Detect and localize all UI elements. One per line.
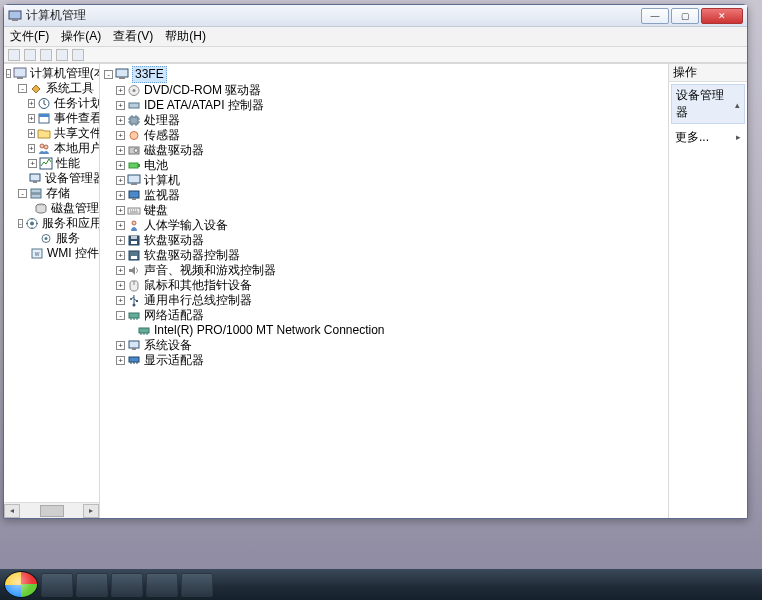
expand-icon[interactable]: + (116, 86, 125, 95)
expand-icon[interactable]: + (28, 159, 37, 168)
collapse-icon[interactable]: - (6, 69, 11, 78)
taskbar[interactable] (0, 569, 762, 600)
svg-point-7 (40, 144, 44, 148)
device-network-item[interactable]: Intel(R) PRO/1000 MT Network Connection (104, 323, 668, 338)
device-mouse[interactable]: +鼠标和其他指针设备 (104, 278, 668, 293)
help-icon[interactable] (72, 49, 84, 61)
collapse-icon[interactable]: - (116, 311, 125, 320)
device-system[interactable]: +系统设备 (104, 338, 668, 353)
back-icon[interactable] (8, 49, 20, 61)
collapse-icon[interactable]: - (18, 219, 23, 228)
expand-icon[interactable]: + (116, 161, 125, 170)
device-display[interactable]: +显示适配器 (104, 353, 668, 368)
device-floppy-controller[interactable]: +软盘驱动器控制器 (104, 248, 668, 263)
device-ide[interactable]: +IDE ATA/ATAPI 控制器 (104, 98, 668, 113)
device-tree[interactable]: -33FE +DVD/CD-ROM 驱动器 +IDE ATA/ATAPI 控制器… (104, 66, 668, 368)
clock-icon (37, 97, 51, 110)
tree-task-scheduler[interactable]: +任务计划程 (6, 96, 99, 111)
expand-icon[interactable]: + (116, 341, 125, 350)
device-keyboard[interactable]: +键盘 (104, 203, 668, 218)
expand-icon[interactable]: + (116, 146, 125, 155)
collapse-icon[interactable]: - (18, 84, 27, 93)
device-network-adapters[interactable]: -网络适配器 (104, 308, 668, 323)
toolbar-icon[interactable] (56, 49, 68, 61)
chevron-up-icon (735, 97, 740, 111)
menu-file[interactable]: 文件(F) (10, 28, 49, 45)
svg-rect-45 (136, 300, 138, 302)
expand-icon[interactable]: + (116, 356, 125, 365)
device-disk-drive[interactable]: +磁盘驱动器 (104, 143, 668, 158)
expand-icon[interactable]: + (28, 114, 35, 123)
taskbar-item-app[interactable] (181, 573, 213, 597)
expand-icon[interactable]: + (116, 251, 125, 260)
tree-services[interactable]: 服务 (6, 231, 99, 246)
device-dvd[interactable]: +DVD/CD-ROM 驱动器 (104, 83, 668, 98)
scroll-left-icon[interactable]: ◂ (4, 504, 20, 518)
svg-rect-30 (129, 163, 138, 168)
scroll-track[interactable] (20, 504, 83, 518)
forward-icon[interactable] (24, 49, 36, 61)
start-button[interactable] (4, 571, 38, 598)
tree-services-apps[interactable]: -服务和应用程 (6, 216, 99, 231)
tree-disk-management[interactable]: 磁盘管理 (6, 201, 99, 216)
tree-root[interactable]: -计算机管理(本 (6, 66, 99, 81)
device-sensor[interactable]: +传感器 (104, 128, 668, 143)
device-computers[interactable]: +计算机 (104, 173, 668, 188)
tree-local-users[interactable]: +本地用户和 (6, 141, 99, 156)
tree-storage[interactable]: -存储 (6, 186, 99, 201)
device-sound[interactable]: +声音、视频和游戏控制器 (104, 263, 668, 278)
tree-device-manager[interactable]: 设备管理器 (6, 171, 99, 186)
minimize-button[interactable]: — (641, 8, 669, 24)
expand-icon[interactable]: + (116, 296, 125, 305)
taskbar-item-app[interactable] (146, 573, 178, 597)
scroll-thumb[interactable] (40, 505, 64, 517)
expand-icon[interactable]: + (28, 144, 35, 153)
tree-event-viewer[interactable]: +事件查看器 (6, 111, 99, 126)
device-computer-root[interactable]: -33FE (104, 66, 668, 83)
console-tree[interactable]: -计算机管理(本 -系统工具 +任务计划程 +事件查看器 +共享文件夹 +本地用… (6, 66, 99, 261)
scroll-right-icon[interactable]: ▸ (83, 504, 99, 518)
device-floppy[interactable]: +软盘驱动器 (104, 233, 668, 248)
expand-icon[interactable]: + (116, 236, 125, 245)
taskbar-item-explorer[interactable] (76, 573, 108, 597)
selected-label: 33FE (132, 66, 167, 83)
svg-rect-26 (130, 117, 138, 124)
expand-icon[interactable]: + (28, 99, 35, 108)
device-battery[interactable]: +电池 (104, 158, 668, 173)
taskbar-item-ie[interactable] (41, 573, 73, 597)
svg-rect-50 (129, 357, 139, 362)
maximize-button[interactable]: ▢ (671, 8, 699, 24)
close-button[interactable]: ✕ (701, 8, 743, 24)
left-scrollbar[interactable]: ◂ ▸ (4, 502, 99, 518)
expand-icon[interactable]: + (116, 191, 125, 200)
toolbar-icon[interactable] (40, 49, 52, 61)
tree-shared-folders[interactable]: +共享文件夹 (6, 126, 99, 141)
mouse-icon (127, 279, 141, 292)
expand-icon[interactable]: + (116, 131, 125, 140)
svg-rect-13 (31, 194, 41, 198)
expand-icon[interactable]: + (116, 281, 125, 290)
expand-icon[interactable]: + (116, 101, 125, 110)
tree-system-tools[interactable]: -系统工具 (6, 81, 99, 96)
expand-icon[interactable]: + (116, 176, 125, 185)
expand-icon[interactable]: + (116, 206, 125, 215)
tree-performance[interactable]: +性能 (6, 156, 99, 171)
actions-more-link[interactable]: 更多... (669, 126, 747, 149)
device-monitor[interactable]: +监视器 (104, 188, 668, 203)
menu-view[interactable]: 查看(V) (113, 28, 153, 45)
taskbar-item-media[interactable] (111, 573, 143, 597)
expand-icon[interactable]: + (116, 116, 125, 125)
collapse-icon[interactable]: - (104, 70, 113, 79)
actions-category[interactable]: 设备管理器 (671, 84, 745, 124)
expand-icon[interactable]: + (116, 266, 125, 275)
titlebar[interactable]: 计算机管理 — ▢ ✕ (4, 5, 747, 27)
expand-icon[interactable]: + (28, 129, 35, 138)
collapse-icon[interactable]: - (18, 189, 27, 198)
device-usb[interactable]: +通用串行总线控制器 (104, 293, 668, 308)
expand-icon[interactable]: + (116, 221, 125, 230)
menu-action[interactable]: 操作(A) (61, 28, 101, 45)
device-hid[interactable]: +人体学输入设备 (104, 218, 668, 233)
device-cpu[interactable]: +处理器 (104, 113, 668, 128)
menu-help[interactable]: 帮助(H) (165, 28, 206, 45)
tree-wmi[interactable]: WWMI 控件 (6, 246, 99, 261)
